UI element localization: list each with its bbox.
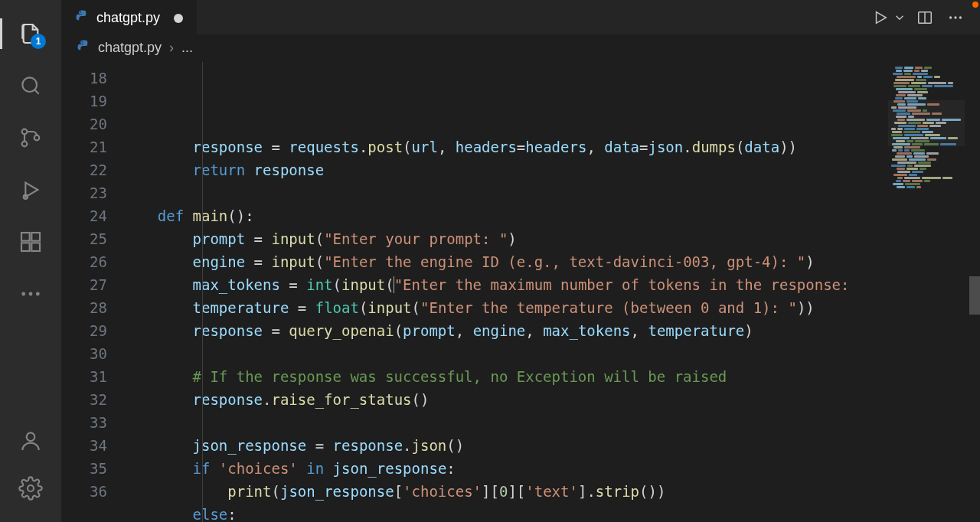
line-number: 30 (61, 342, 107, 365)
line-number: 22 (61, 158, 107, 181)
accounts-activity[interactable] (9, 419, 52, 462)
svg-point-15 (949, 16, 952, 18)
python-file-icon (77, 39, 90, 57)
code-line[interactable]: response = requests.post(url, headers=he… (122, 135, 980, 158)
search-activity[interactable] (9, 64, 52, 107)
line-number: 24 (61, 204, 107, 227)
svg-point-12 (27, 432, 35, 441)
line-number: 19 (61, 90, 107, 113)
svg-rect-6 (31, 233, 40, 241)
breadcrumb-separator: › (169, 40, 174, 56)
python-file-icon (75, 9, 89, 27)
line-number-gutter: 18192021222324252627282930313233343536 (61, 62, 122, 522)
code-line[interactable]: print(json_response['choices'][0]['text'… (122, 480, 980, 503)
code-line[interactable]: temperature = float(input("Enter the tem… (122, 296, 980, 319)
code-line[interactable] (122, 411, 980, 434)
breadcrumbs[interactable]: chatgpt.py › ... (61, 34, 980, 62)
line-number: 28 (61, 296, 107, 319)
svg-rect-8 (31, 243, 40, 251)
line-number: 36 (61, 480, 107, 503)
code-line[interactable]: def main(): (122, 204, 980, 227)
line-number: 27 (61, 273, 107, 296)
svg-point-16 (954, 16, 956, 18)
svg-point-11 (36, 292, 40, 296)
line-number: 29 (61, 319, 107, 342)
explorer-activity[interactable]: 1 (9, 12, 52, 55)
code-line[interactable]: engine = input("Enter the engine ID (e.g… (122, 250, 980, 273)
line-number: 23 (61, 181, 107, 204)
code-line[interactable]: max_tokens = int(input("Enter the maximu… (122, 273, 980, 296)
line-number: 32 (61, 388, 107, 411)
code-line[interactable]: json_response = response.json() (122, 434, 980, 457)
code-line[interactable]: else: (122, 503, 980, 522)
svg-point-2 (22, 142, 28, 147)
line-number: 31 (61, 365, 107, 388)
line-number: 21 (61, 135, 107, 158)
split-editor-button[interactable] (913, 5, 937, 30)
code-line[interactable]: if 'choices' in json_response: (122, 457, 980, 480)
run-debug-activity[interactable] (9, 168, 52, 211)
svg-point-10 (29, 292, 33, 296)
code-line[interactable]: response.raise_for_status() (122, 388, 980, 411)
svg-point-17 (959, 16, 962, 18)
scrollbar[interactable] (969, 62, 980, 522)
line-number: 35 (61, 457, 107, 480)
tab-bar: chatgpt.py (61, 0, 980, 34)
source-control-activity[interactable] (9, 116, 52, 159)
run-dropdown[interactable] (893, 5, 906, 30)
code-area[interactable]: response = requests.post(url, headers=he… (122, 62, 980, 522)
line-number: 34 (61, 434, 107, 457)
explorer-badge: 1 (31, 34, 46, 49)
editor[interactable]: 18192021222324252627282930313233343536 r… (61, 62, 980, 522)
tab-dirty-indicator (174, 14, 183, 23)
code-line[interactable] (122, 181, 980, 204)
svg-point-3 (34, 135, 40, 141)
line-number: 25 (61, 227, 107, 250)
code-line[interactable] (122, 342, 980, 365)
svg-rect-7 (21, 243, 30, 251)
code-line[interactable]: # If the response was successful, no Exc… (122, 365, 980, 388)
svg-point-0 (22, 77, 37, 92)
svg-point-13 (28, 485, 34, 491)
breadcrumb-file: chatgpt.py (98, 40, 162, 56)
line-number: 33 (61, 411, 107, 434)
run-button[interactable] (868, 5, 893, 30)
svg-rect-5 (21, 233, 30, 241)
editor-title-actions (868, 0, 980, 34)
tab-chatgpt[interactable]: chatgpt.py (61, 0, 197, 34)
settings-activity[interactable] (9, 467, 52, 510)
line-number: 18 (61, 67, 107, 90)
tab-label: chatgpt.py (96, 10, 160, 26)
editor-more-button[interactable] (943, 5, 968, 30)
svg-point-9 (21, 292, 25, 296)
code-line[interactable]: prompt = input("Enter your prompt: ") (122, 227, 980, 250)
line-number: 20 (61, 113, 107, 135)
extensions-activity[interactable] (9, 220, 52, 263)
scroll-thumb[interactable] (969, 276, 980, 315)
code-line[interactable]: response = query_openai(prompt, engine, … (122, 319, 980, 342)
svg-point-1 (22, 129, 28, 135)
more-activity[interactable] (9, 272, 52, 315)
code-line[interactable]: return response (122, 158, 980, 181)
activity-bar: 1 (0, 0, 61, 522)
breadcrumb-rest: ... (181, 40, 193, 56)
update-indicator (972, 2, 978, 8)
line-number: 26 (61, 250, 107, 273)
